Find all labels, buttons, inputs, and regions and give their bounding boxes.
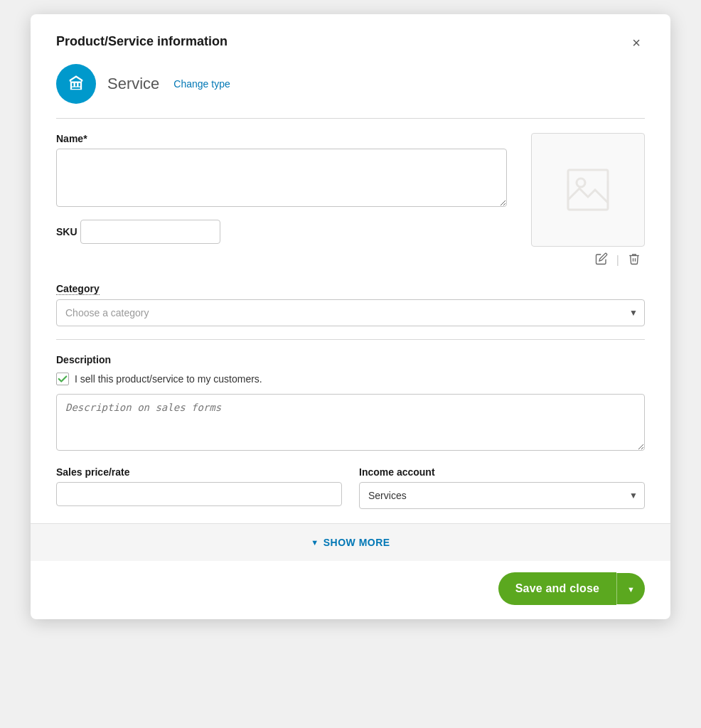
- show-more-bar[interactable]: ▼ SHOW MORE: [31, 523, 670, 561]
- income-account-col: Income account Services Sales Other Inco…: [359, 466, 645, 509]
- description-textarea[interactable]: [56, 394, 645, 451]
- category-select[interactable]: Choose a category Services Products Othe…: [56, 299, 645, 326]
- name-col: Name* SKU: [56, 133, 507, 244]
- sell-checkbox[interactable]: [56, 373, 69, 385]
- service-icon: [66, 74, 86, 94]
- description-section-label: Description: [56, 354, 645, 365]
- sell-checkbox-row: I sell this product/service to my custom…: [56, 373, 645, 385]
- product-service-modal: Product/Service information × Service Ch…: [31, 14, 670, 619]
- income-account-select-wrapper: Services Sales Other Income ▼: [359, 482, 645, 509]
- category-label: Category: [56, 283, 100, 295]
- sales-price-input[interactable]: [56, 482, 342, 506]
- save-close-dropdown-arrow: ▼: [627, 585, 635, 594]
- close-button[interactable]: ×: [628, 34, 645, 51]
- show-more-text: ▼ SHOW MORE: [311, 537, 390, 548]
- name-input[interactable]: [56, 149, 507, 207]
- checkmark-icon: [58, 374, 68, 384]
- delete-image-button[interactable]: [626, 251, 642, 269]
- modal-header: Product/Service information ×: [56, 34, 645, 51]
- sell-checkbox-label: I sell this product/service to my custom…: [75, 373, 262, 385]
- svg-rect-0: [568, 170, 608, 210]
- edit-icon: [595, 252, 608, 265]
- service-icon-circle: [56, 64, 96, 104]
- image-col: |: [524, 133, 645, 269]
- name-label: Name*: [56, 133, 507, 144]
- footer-bar: Save and close ▼: [56, 561, 645, 619]
- show-more-chevron: ▼: [311, 538, 319, 547]
- sales-price-label: Sales price/rate: [56, 466, 342, 478]
- image-actions: |: [594, 251, 645, 269]
- service-type-info: Service Change type: [107, 75, 230, 93]
- sales-price-col: Sales price/rate: [56, 466, 342, 509]
- save-close-button[interactable]: Save and close: [498, 572, 616, 605]
- show-more-label: SHOW MORE: [323, 537, 390, 548]
- header-divider: [56, 118, 645, 119]
- image-actions-divider: |: [616, 254, 619, 267]
- svg-point-1: [577, 178, 585, 187]
- income-account-label: Income account: [359, 466, 645, 478]
- product-image-placeholder: [531, 133, 645, 247]
- name-image-row: Name* SKU: [56, 133, 645, 269]
- service-type-row: Service Change type: [56, 64, 645, 104]
- sku-input[interactable]: [80, 220, 220, 244]
- edit-image-button[interactable]: [594, 251, 609, 269]
- save-close-dropdown-button[interactable]: ▼: [616, 573, 645, 604]
- price-income-row: Sales price/rate Income account Services…: [56, 466, 645, 509]
- income-account-select[interactable]: Services Sales Other Income: [359, 482, 645, 509]
- category-section: Category Choose a category Services Prod…: [56, 282, 645, 326]
- description-section: Description I sell this product/service …: [56, 354, 645, 454]
- sku-section: SKU: [56, 220, 507, 244]
- section-divider-1: [56, 339, 645, 340]
- modal-title: Product/Service information: [56, 34, 228, 49]
- change-type-link[interactable]: Change type: [173, 78, 230, 90]
- trash-icon: [628, 252, 641, 265]
- sku-label: SKU: [56, 226, 77, 237]
- category-select-wrapper: Choose a category Services Products Othe…: [56, 299, 645, 326]
- image-placeholder-icon: [565, 167, 611, 213]
- service-type-label: Service: [107, 75, 159, 93]
